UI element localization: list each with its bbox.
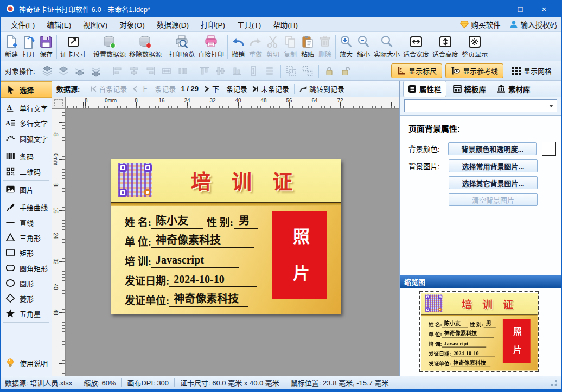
field-value-training[interactable]: Javascript xyxy=(151,254,239,268)
distribute-vertical-button[interactable] xyxy=(263,64,277,78)
show-guides-toggle[interactable]: 显示参考线 xyxy=(445,63,503,78)
tool-rounded-rectangle[interactable]: 圆角矩形 xyxy=(1,260,52,275)
menu-tools[interactable]: 工具(T) xyxy=(231,17,267,32)
undo-button[interactable]: 撤销 xyxy=(229,33,247,60)
remove-datasource-button[interactable]: 移除数据源 xyxy=(127,33,163,60)
show-ruler-toggle[interactable]: 显示标尺 xyxy=(391,63,442,78)
menu-file[interactable]: 文件(F) xyxy=(5,17,41,32)
paste-button[interactable]: 粘贴 xyxy=(299,33,316,60)
clear-background-button[interactable]: 清空背景图片 xyxy=(449,193,538,206)
tool-diamond[interactable]: 菱形 xyxy=(1,291,52,306)
photo-placeholder[interactable]: 照 片 xyxy=(272,211,327,299)
help-link[interactable]: 使用说明 xyxy=(1,355,52,370)
align-middle-button[interactable] xyxy=(214,64,228,78)
same-height-button[interactable] xyxy=(246,64,261,78)
last-record-button[interactable]: 末条记录 xyxy=(252,83,289,94)
cut-button[interactable]: 剪切 xyxy=(264,33,282,60)
bring-forward-button[interactable] xyxy=(56,64,71,78)
new-button[interactable]: 新建 xyxy=(3,33,20,60)
fit-width-icon xyxy=(409,35,423,49)
set-datasource-button[interactable]: 设置数据源 xyxy=(92,33,127,60)
tool-barcode[interactable]: 条码 xyxy=(1,149,52,164)
maximize-button[interactable]: □ xyxy=(508,1,532,17)
tool-circle[interactable]: 圆形 xyxy=(1,275,52,291)
goto-record-button[interactable]: 跳转到记录 xyxy=(299,83,344,94)
design-canvas[interactable]: 培 训 证 姓 名:陈小友 性 别:男 单 位:神奇像素科技 xyxy=(66,109,399,376)
tool-triangle[interactable]: 三角形 xyxy=(1,230,52,245)
field-value-issuer[interactable]: 神奇像素科技 xyxy=(169,293,248,307)
tool-single-line-text[interactable]: A 单行文字 xyxy=(1,100,52,115)
align-top-button[interactable] xyxy=(197,64,212,78)
fit-width-button[interactable]: 适合宽度 xyxy=(401,33,431,60)
tool-line[interactable]: 直线 xyxy=(1,215,52,230)
status-separator xyxy=(285,378,285,387)
field-value-name[interactable]: 陈小友 xyxy=(151,215,203,229)
close-button[interactable]: × xyxy=(532,1,556,17)
tool-qrcode[interactable]: 二维码 xyxy=(1,164,52,179)
delete-button[interactable]: 删除 xyxy=(316,33,334,60)
choose-other-background-button[interactable]: 选择其它背景图片... xyxy=(449,176,538,189)
field-value-issue-date[interactable]: 2024-10-10 xyxy=(169,273,257,287)
bring-to-front-button[interactable] xyxy=(40,64,55,78)
menu-help[interactable]: 帮助(H) xyxy=(267,17,304,32)
object-selector-combobox[interactable] xyxy=(404,99,557,112)
align-center-h-button[interactable] xyxy=(127,64,142,78)
qr-code[interactable] xyxy=(118,163,152,197)
horizontal-ruler[interactable]: -8 0mm 8 16 24 32 40 48 56 64 72 xyxy=(66,97,399,109)
copy-button[interactable]: 复制 xyxy=(282,33,299,60)
field-value-gender[interactable]: 男 xyxy=(234,215,258,229)
group-button[interactable] xyxy=(284,64,299,78)
tool-select[interactable]: 选择 xyxy=(1,81,52,98)
align-bottom-button[interactable] xyxy=(230,64,245,78)
card-design[interactable]: 培 训 证 姓 名:陈小友 性 别:男 单 位:神奇像素科技 xyxy=(111,159,341,314)
tool-multi-line-text[interactable]: A 多行文字 xyxy=(1,115,52,131)
vertical-ruler[interactable]: -8 0mm 8 16 24 32 40 48 xyxy=(52,109,66,376)
next-record-button[interactable]: 下一条记录 xyxy=(203,83,247,94)
enter-license-link[interactable]: 输入授权码 xyxy=(509,19,558,30)
background-color-swatch[interactable] xyxy=(542,142,556,156)
zoom-in-button[interactable]: 放大 xyxy=(337,33,355,60)
direct-print-button[interactable]: 直接打印 xyxy=(196,33,226,60)
unlock-button[interactable] xyxy=(339,64,353,78)
ungroup-button[interactable] xyxy=(301,64,315,78)
tool-star[interactable]: 五角星 xyxy=(1,306,52,321)
tool-arc-text[interactable]: 圆弧文字 xyxy=(1,131,52,146)
show-grid-toggle[interactable]: 显示网格 xyxy=(507,63,557,78)
send-to-back-button[interactable] xyxy=(89,64,104,78)
align-right-button[interactable] xyxy=(143,64,158,78)
same-width-button[interactable] xyxy=(159,64,174,78)
menu-print[interactable]: 打印(P) xyxy=(195,17,231,32)
resize-grip[interactable] xyxy=(551,380,557,386)
redo-button[interactable]: 重做 xyxy=(247,33,264,60)
field-value-company[interactable]: 神奇像素科技 xyxy=(151,234,254,248)
tool-image[interactable]: 图片 xyxy=(1,182,52,197)
print-preview-button[interactable]: 打印预览 xyxy=(167,33,196,60)
send-backward-button[interactable] xyxy=(73,64,87,78)
tab-materials[interactable]: 素材库 xyxy=(493,81,535,97)
fit-page-button[interactable]: 整页显示 xyxy=(460,33,489,60)
zoom-out-button[interactable]: 缩小 xyxy=(355,33,372,60)
menu-edit[interactable]: 编辑(E) xyxy=(41,17,77,32)
tab-properties[interactable]: 属性栏 xyxy=(403,81,446,97)
previous-record-button[interactable]: 上一条记录 xyxy=(132,83,176,94)
fit-height-button[interactable]: 适合高度 xyxy=(431,33,460,60)
tool-freehand-curve[interactable]: 手绘曲线 xyxy=(1,200,52,215)
menu-view[interactable]: 视图(V) xyxy=(77,17,113,32)
lock-button[interactable] xyxy=(322,64,337,78)
card-size-button[interactable]: 证卡尺寸 xyxy=(59,33,88,60)
menu-object[interactable]: 对象(O) xyxy=(113,17,151,32)
menu-datasource[interactable]: 数据源(D) xyxy=(151,17,195,32)
tab-templates[interactable]: 模板库 xyxy=(449,81,491,97)
tool-rectangle[interactable]: 矩形 xyxy=(1,245,52,260)
open-button[interactable]: 打开 xyxy=(20,33,37,60)
first-record-button[interactable]: 首条记录 xyxy=(90,83,127,94)
app-icon[interactable] xyxy=(6,4,15,13)
background-color-button[interactable]: 背景颜色和透明度... xyxy=(448,142,537,155)
actual-size-button[interactable]: 实际大小 xyxy=(372,33,401,60)
distribute-horizontal-button[interactable] xyxy=(176,64,190,78)
choose-common-background-button[interactable]: 选择常用背景图片... xyxy=(449,159,538,172)
save-button[interactable]: 保存 xyxy=(37,33,55,60)
minimize-button[interactable]: — xyxy=(484,1,508,17)
align-left-button[interactable] xyxy=(111,64,125,78)
buy-software-link[interactable]: 购买软件 xyxy=(460,19,501,30)
